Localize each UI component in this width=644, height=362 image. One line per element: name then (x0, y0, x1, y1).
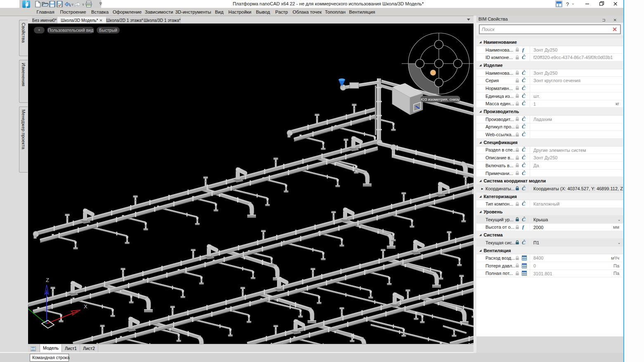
svg-text:Z: Z (46, 277, 49, 283)
svg-text:Пользовательский вид: Пользовательский вид (48, 28, 93, 33)
svg-text:X: X (84, 303, 88, 310)
svg-text:Быстрый: Быстрый (99, 28, 117, 33)
svg-text:+: + (38, 28, 40, 32)
svg-text:?: ? (566, 1, 569, 7)
svg-text:ЮЗ изометрия, снизу: ЮЗ изометрия, снизу (421, 97, 459, 102)
